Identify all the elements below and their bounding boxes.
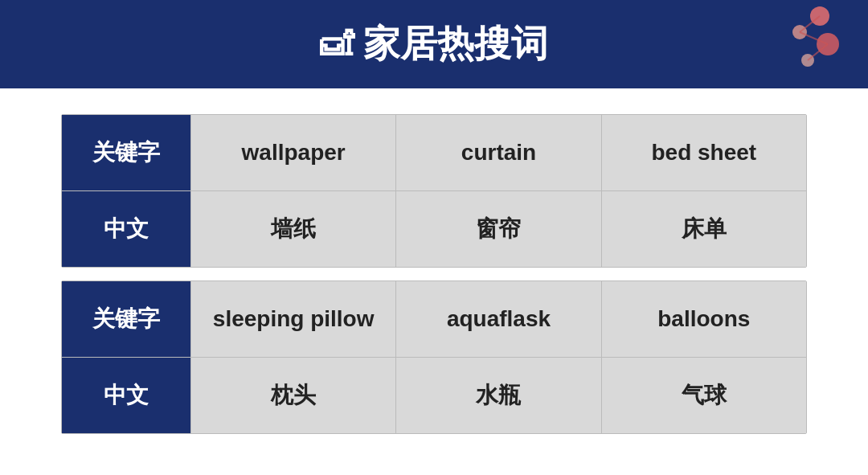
- title-text: 家居热搜词: [363, 19, 548, 69]
- label-chinese-1: 中文: [62, 191, 190, 267]
- table-row-1-keywords: 关键字 wallpaper curtain bed sheet: [62, 115, 806, 191]
- cell-bedsheet: bed sheet: [601, 115, 806, 190]
- cell-sleeping-pillow: sleeping pillow: [190, 281, 395, 357]
- header: 🛋 家居热搜词: [0, 0, 868, 88]
- table-section-2: 关键字 sleeping pillow aquaflask balloons 中…: [61, 280, 807, 434]
- cell-chuanglian: 窗帘: [395, 191, 600, 267]
- cell-qiqiu: 气球: [601, 358, 806, 433]
- table-row-1-chinese: 中文 墙纸 窗帘 床单: [62, 191, 806, 267]
- cell-wallpaper: wallpaper: [190, 115, 395, 190]
- cell-curtain: curtain: [395, 115, 600, 190]
- table-section-1: 关键字 wallpaper curtain bed sheet 中文 墙纸 窗帘…: [61, 114, 807, 268]
- label-keywords-2: 关键字: [62, 281, 190, 357]
- cell-balloons: balloons: [601, 281, 806, 357]
- page-title: 🛋 家居热搜词: [320, 19, 548, 69]
- cell-shuiping: 水瓶: [395, 358, 600, 433]
- label-keywords-1: 关键字: [62, 115, 190, 190]
- label-chinese-2: 中文: [62, 358, 190, 433]
- cell-chuangdan: 床单: [601, 191, 806, 267]
- table-row-2-keywords: 关键字 sleeping pillow aquaflask balloons: [62, 281, 806, 358]
- sofa-icon: 🛋: [320, 25, 354, 63]
- table-row-2-chinese: 中文 枕头 水瓶 气球: [62, 358, 806, 433]
- cell-zhentou: 枕头: [190, 358, 395, 433]
- decoration: [747, 4, 844, 88]
- cell-qianzhi: 墙纸: [190, 191, 395, 267]
- cell-aquaflask: aquaflask: [395, 281, 600, 357]
